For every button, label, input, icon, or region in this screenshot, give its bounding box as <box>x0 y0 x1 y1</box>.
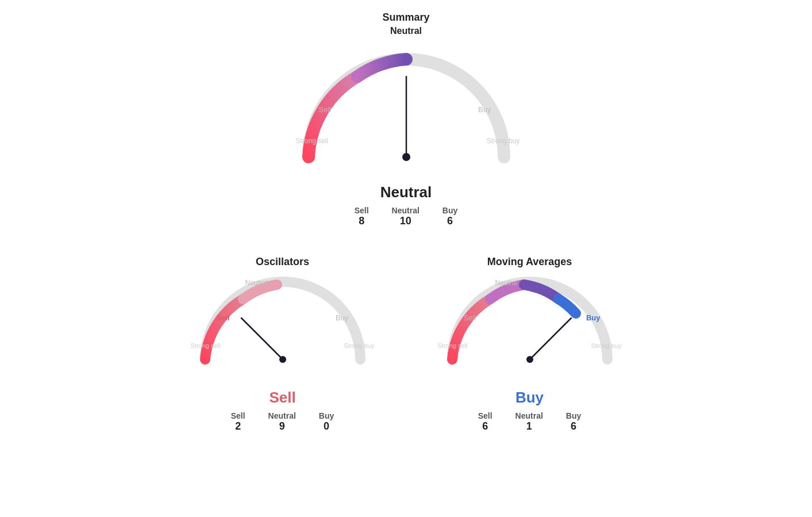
oscillators-sell-count-item: Sell 2 <box>231 411 245 432</box>
moving-averages-buy-count-value: 6 <box>571 420 576 432</box>
moving-averages-sell-label: Sell <box>464 313 476 322</box>
summary-counts: Sell 8 Neutral 10 Buy 6 <box>355 206 458 227</box>
summary-buy-label: Buy <box>478 105 491 114</box>
svg-point-1 <box>402 153 410 161</box>
summary-sell-count-label: Sell <box>355 206 369 215</box>
moving-averages-result: Buy <box>515 389 544 407</box>
moving-averages-sell-count-label: Sell <box>478 411 492 420</box>
moving-averages-neutral-count-item: Neutral 1 <box>515 411 543 432</box>
oscillators-neutral-count-item: Neutral 9 <box>268 411 296 432</box>
oscillators-sell-label: Sell <box>217 313 230 322</box>
summary-neutral-count-item: Neutral 10 <box>392 206 420 227</box>
moving-averages-gauge-svg <box>435 270 625 377</box>
summary-buy-count-value: 6 <box>447 215 453 227</box>
oscillators-strong-buy-label: Strong buy <box>344 342 374 349</box>
moving-averages-neutral-label: Neutral <box>495 279 518 287</box>
summary-section: Summary Neutral <box>286 12 527 227</box>
summary-strong-sell-label: Strong sell <box>296 137 329 145</box>
summary-title: Summary <box>382 12 429 24</box>
summary-sell-label: Sell <box>319 105 332 114</box>
oscillators-sell-count-value: 2 <box>235 420 241 432</box>
oscillators-buy-count-label: Buy <box>319 411 334 420</box>
oscillators-gauge-svg <box>188 270 378 377</box>
oscillators-title: Oscillators <box>256 256 309 268</box>
summary-strong-buy-label: Strong buy <box>486 137 519 145</box>
moving-averages-buy-count-label: Buy <box>566 411 581 420</box>
oscillators-gauge: Neutral Sell Buy Strong sell Strong buy <box>188 270 378 385</box>
svg-line-2 <box>241 318 283 359</box>
summary-result: Neutral <box>380 183 432 201</box>
oscillators-buy-count-item: Buy 0 <box>319 411 334 432</box>
svg-line-4 <box>530 318 571 359</box>
oscillators-neutral-count-value: 9 <box>279 420 285 432</box>
moving-averages-title: Moving Averages <box>487 256 572 268</box>
oscillators-neutral-label: Neutral <box>245 279 268 287</box>
summary-buy-count-label: Buy <box>442 206 457 215</box>
oscillators-sell-count-label: Sell <box>231 411 245 420</box>
moving-averages-strong-buy-label: Strong buy <box>591 342 621 349</box>
summary-neutral-count-label: Neutral <box>392 206 420 215</box>
svg-point-3 <box>279 356 286 363</box>
moving-averages-section: Moving Averages <box>435 256 625 432</box>
oscillators-strong-sell-label: Strong sell <box>191 342 221 349</box>
oscillators-buy-label: Buy <box>336 313 348 322</box>
moving-averages-sell-count-value: 6 <box>482 420 488 432</box>
moving-averages-strong-sell-label: Strong sell <box>438 342 468 349</box>
oscillators-neutral-count-label: Neutral <box>268 411 296 420</box>
moving-averages-counts: Sell 6 Neutral 1 Buy 6 <box>478 411 582 432</box>
moving-averages-neutral-count-label: Neutral <box>515 411 543 420</box>
oscillators-section: Oscillators <box>188 256 378 432</box>
summary-neutral-count-value: 10 <box>400 215 411 227</box>
moving-averages-gauge: Neutral Sell Buy Strong sell Strong buy <box>435 270 625 385</box>
bottom-section: Oscillators <box>188 256 625 432</box>
oscillators-result: Sell <box>269 389 295 407</box>
summary-gauge: Sell Buy Strong sell Strong buy <box>286 42 527 180</box>
oscillators-buy-count-value: 0 <box>324 420 329 432</box>
summary-sell-count-item: Sell 8 <box>355 206 369 227</box>
moving-averages-buy-count-item: Buy 6 <box>566 411 581 432</box>
moving-averages-buy-label: Buy <box>586 313 601 322</box>
svg-point-5 <box>526 356 533 363</box>
moving-averages-sell-count-item: Sell 6 <box>478 411 492 432</box>
summary-subtitle: Neutral <box>390 26 422 36</box>
summary-sell-count-value: 8 <box>359 215 364 227</box>
moving-averages-neutral-count-value: 1 <box>526 420 532 432</box>
oscillators-counts: Sell 2 Neutral 9 Buy 0 <box>231 411 334 432</box>
summary-buy-count-item: Buy 6 <box>442 206 457 227</box>
